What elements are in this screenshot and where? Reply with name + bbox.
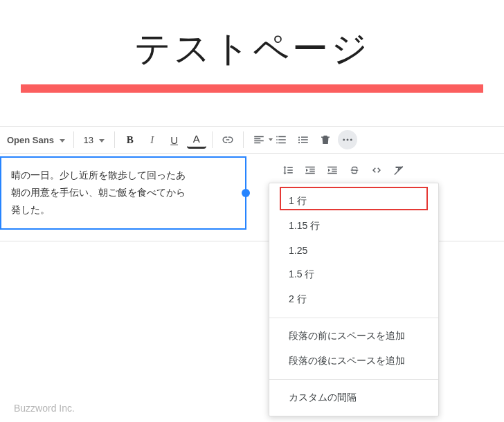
font-size-value: 13: [84, 135, 93, 145]
align-button[interactable]: [249, 130, 269, 149]
title-underline: [21, 84, 483, 93]
numbered-list-icon: [275, 134, 287, 146]
menu-item-custom-spacing[interactable]: カスタムの間隔: [269, 385, 438, 410]
toolbar-separator: [73, 131, 74, 148]
text-line-3: 発した。: [11, 204, 50, 215]
svg-point-0: [343, 139, 345, 141]
delete-button[interactable]: [316, 130, 335, 149]
bold-button[interactable]: B: [120, 130, 140, 149]
credit-text: Buzzword Inc.: [14, 403, 75, 414]
menu-item-1[interactable]: 1 行: [269, 189, 438, 214]
text-line-2: 朝の用意を手伝い、朝ご飯を食べてから: [11, 187, 186, 198]
selection-handle[interactable]: [242, 189, 250, 197]
link-button[interactable]: [218, 130, 237, 149]
strikethrough-button[interactable]: [345, 160, 364, 180]
trash-icon: [319, 134, 332, 146]
chevron-down-icon: [99, 139, 105, 143]
page-title: テストページ: [134, 29, 370, 68]
clear-formatting-button[interactable]: [389, 160, 408, 180]
more-horizontal-icon: [341, 134, 354, 146]
italic-button[interactable]: I: [143, 130, 162, 149]
indent-increase-icon: [326, 164, 339, 176]
align-left-icon: [253, 134, 265, 146]
bulleted-list-icon: [297, 134, 309, 146]
text-block[interactable]: 晴の一日。少し近所を散歩して回ったあ 朝の用意を手伝い、朝ご飯を食べてから 発し…: [0, 156, 246, 230]
clear-format-icon: [393, 164, 405, 176]
text-toolbar: Open Sans 13 B I U A: [0, 126, 504, 154]
chevron-down-icon: [60, 139, 65, 143]
indent-decrease-button[interactable]: [300, 160, 320, 180]
menu-separator: [269, 318, 438, 318]
bulleted-list-button[interactable]: [294, 130, 313, 149]
text-color-button[interactable]: A: [187, 131, 206, 149]
toolbar-separator: [114, 131, 115, 148]
overflow-toolbar: [277, 156, 410, 184]
line-spacing-button[interactable]: [278, 160, 298, 180]
menu-item-2[interactable]: 2 行: [269, 287, 438, 312]
toolbar-separator: [212, 131, 213, 148]
more-button[interactable]: [338, 130, 357, 149]
svg-point-2: [350, 139, 352, 141]
strikethrough-icon: [348, 164, 361, 176]
svg-point-1: [346, 139, 348, 141]
menu-item-add-space-after[interactable]: 段落の後にスペースを追加: [269, 349, 438, 374]
menu-item-add-space-before[interactable]: 段落の前にスペースを追加: [269, 324, 438, 349]
font-family-select[interactable]: Open Sans: [3, 132, 69, 148]
text-line-1: 晴の一日。少し近所を散歩して回ったあ: [11, 169, 186, 181]
code-icon: [370, 164, 383, 176]
line-spacing-icon: [282, 164, 294, 176]
font-size-select[interactable]: 13: [78, 132, 110, 148]
indent-increase-button[interactable]: [323, 160, 342, 180]
menu-item-1-25[interactable]: 1.25: [269, 239, 438, 262]
indent-decrease-icon: [304, 164, 316, 176]
menu-separator: [269, 379, 438, 380]
menu-item-1-15[interactable]: 1.15 行: [269, 214, 438, 239]
font-family-value: Open Sans: [7, 135, 54, 145]
menu-item-1-5[interactable]: 1.5 行: [269, 262, 438, 287]
numbered-list-button[interactable]: [271, 130, 291, 149]
underline-button[interactable]: U: [165, 130, 184, 149]
line-spacing-menu: 1 行 1.15 行 1.25 1.5 行 2 行 段落の前にスペースを追加 段…: [269, 183, 439, 416]
toolbar-separator: [243, 131, 244, 148]
code-button[interactable]: [367, 160, 386, 180]
link-icon: [222, 134, 234, 146]
